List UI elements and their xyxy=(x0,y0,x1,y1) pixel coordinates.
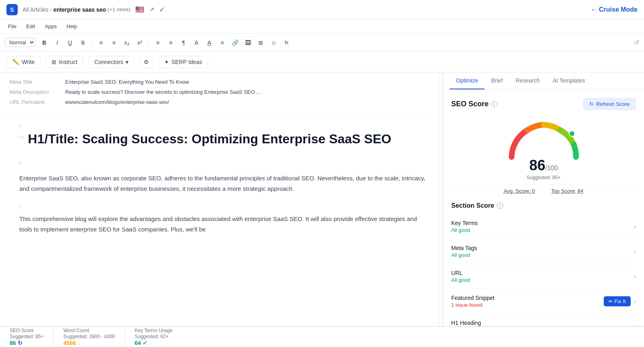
score-item-featured-snippet-left: Featured Snippet 1 issue found xyxy=(451,295,494,308)
breadcrumb-parent[interactable]: All Articles xyxy=(23,6,49,13)
formula-button[interactable]: fx xyxy=(281,37,292,48)
tab-optimize[interactable]: Optimize xyxy=(450,72,485,89)
write-button[interactable]: ✏️ Write xyxy=(6,56,41,68)
bottom-word-value: 4566 ↓ xyxy=(63,340,115,346)
menu-help[interactable]: Help xyxy=(65,23,79,30)
word-count-arrow-icon: ↓ xyxy=(78,340,80,346)
menu-edit[interactable]: Edit xyxy=(25,23,37,30)
top-score-label: Top Score: xyxy=(551,188,576,194)
connectors-button[interactable]: Connectors ▾ xyxy=(88,56,134,68)
language-flag[interactable]: 🇺🇸 xyxy=(135,5,144,14)
fix-it-button[interactable]: ✏ Fix It xyxy=(604,296,631,306)
tab-research[interactable]: Research xyxy=(509,72,546,89)
align-right-button[interactable]: ≡ xyxy=(165,37,176,48)
refresh-score-button[interactable]: ↻ Refresh Score xyxy=(583,98,636,110)
write-icon: ✏️ xyxy=(12,59,19,65)
instruct-label: Instruct xyxy=(59,59,77,65)
connectors-label: Connectors xyxy=(94,59,123,65)
h1-label: h1 xyxy=(19,134,25,140)
score-item-meta-tags-left: Meta Tags All good xyxy=(451,245,477,258)
meta-desc-row: Meta Description Ready to scale success?… xyxy=(10,89,429,95)
article-h1-title[interactable]: H1/Title: Scaling Success: Optimizing En… xyxy=(28,131,391,147)
settings-button[interactable]: ⚙ xyxy=(139,56,153,68)
font-color-button[interactable]: A xyxy=(191,37,202,48)
score-item-meta-tags[interactable]: Meta Tags All good › xyxy=(451,239,636,264)
score-item-key-terms[interactable]: Key Terms All good › xyxy=(451,214,636,239)
meta-section: Meta Title Enterprise SaaS SEO: Everythi… xyxy=(0,72,439,116)
table-button[interactable]: ⊞ xyxy=(255,37,266,48)
meta-url-value[interactable]: wwwscalenutcom/blogs/enterprise-saas-seo… xyxy=(65,99,429,105)
editor-area[interactable]: Meta Title Enterprise SaaS SEO: Everythi… xyxy=(0,72,439,326)
bottom-key-terms-suggested: Suggested: 62+ xyxy=(135,334,173,339)
url-status: All good xyxy=(451,277,470,283)
unordered-list-button[interactable]: ≡ xyxy=(108,37,120,48)
breadcrumb: All Articles / enterprise saas seo (+1 m… xyxy=(23,6,130,13)
link-button[interactable]: 🔗 xyxy=(229,37,241,48)
share-icon[interactable]: ↗ xyxy=(149,6,154,13)
meta-tags-chevron-icon: › xyxy=(634,248,636,255)
seo-score-info-icon[interactable]: i xyxy=(491,101,497,107)
paragraph-button[interactable]: ¶ xyxy=(178,37,189,48)
score-item-featured-snippet[interactable]: Featured Snippet 1 issue found ✏ Fix It … xyxy=(451,289,636,314)
fix-icon: ✏ xyxy=(609,298,613,304)
superscript-button[interactable]: x² xyxy=(134,37,145,48)
meta-title-label: Meta Title xyxy=(10,79,62,85)
score-item-h1-heading[interactable]: H1 Heading All good › xyxy=(451,314,636,326)
section-score-header: Section Score i xyxy=(451,202,636,209)
action-bar: ✏️ Write ⊞ Instruct Connectors ▾ ⚙ ✦ SER… xyxy=(0,52,644,72)
score-item-key-terms-left: Key Terms All good xyxy=(451,220,478,233)
url-chevron-icon: › xyxy=(634,273,636,280)
serp-icon: ✦ xyxy=(164,59,169,65)
right-panel: Optimize Brief Research AI Templates SEO… xyxy=(443,72,644,326)
bottom-word-count: Word Count Suggested: 3900 - 4300 4566 ↓ xyxy=(54,328,125,346)
underline-button[interactable]: U xyxy=(64,37,76,48)
image-button[interactable]: 🖼 xyxy=(242,37,254,48)
divider1 xyxy=(92,39,92,47)
connectors-chevron-icon: ▾ xyxy=(126,59,128,65)
ordered-list-button[interactable]: ≡ xyxy=(95,37,107,48)
bottom-seo-suggested: Suggested: 85+ xyxy=(10,334,43,339)
bold-button[interactable]: B xyxy=(39,37,50,48)
italic-button[interactable]: I xyxy=(52,37,63,48)
format-select[interactable]: Normal xyxy=(5,38,35,47)
key-terms-check-icon: ✓ xyxy=(142,340,147,346)
bottom-seo-value: 86 ↻ xyxy=(10,340,43,346)
seo-score-number: 86 xyxy=(529,157,545,174)
tab-ai-templates[interactable]: AI Templates xyxy=(546,72,592,89)
subscript-button[interactable]: x₂ xyxy=(121,37,132,48)
section-score-info-icon[interactable]: i xyxy=(497,202,503,209)
seo-gauge: 86/100 Suggested: 85+ xyxy=(451,117,636,180)
meta-url-row: URL Permalink wwwscalenutcom/blogs/enter… xyxy=(10,99,429,105)
meta-title-value[interactable]: Enterprise SaaS SEO: Everything You Need… xyxy=(65,79,429,85)
tab-brief[interactable]: Brief xyxy=(485,72,509,89)
instruct-button[interactable]: ⊞ Instruct xyxy=(45,56,83,68)
menu-file[interactable]: File xyxy=(6,23,18,30)
breadcrumb-separator: / xyxy=(50,6,52,13)
menu-apps[interactable]: Apps xyxy=(43,23,58,30)
seo-score-suggested: Suggested: 85+ xyxy=(526,175,560,180)
score-items-list: Key Terms All good › Meta Tags All good … xyxy=(451,214,636,326)
emoji-button[interactable]: ☺ xyxy=(268,37,279,48)
strikethrough-button[interactable]: S xyxy=(77,37,89,48)
p-label-1: p xyxy=(19,122,22,128)
check-icon[interactable]: ✓ xyxy=(159,5,165,14)
cruise-mode-button[interactable]: ← Cruise Mode xyxy=(591,6,638,13)
body-paragraph-2[interactable]: This comprehensive blog will explore the… xyxy=(19,214,429,234)
key-terms-status: All good xyxy=(451,227,478,233)
history-icon[interactable]: ↺ xyxy=(634,39,639,46)
editor-content[interactable]: p h1 H1/Title: Scaling Success: Optimizi… xyxy=(0,116,439,326)
score-item-url-right: › xyxy=(634,273,636,280)
meta-tags-status: All good xyxy=(451,252,477,258)
body-paragraph-1[interactable]: Enterprise SaaS SEO, also known as corpo… xyxy=(19,173,429,194)
refresh-icon: ↻ xyxy=(589,101,594,107)
resize-handle[interactable]: ⋮ xyxy=(439,72,443,326)
serp-ideas-button[interactable]: ✦ SERP Ideas xyxy=(158,56,208,68)
meta-title-row: Meta Title Enterprise SaaS SEO: Everythi… xyxy=(10,79,429,85)
highlight-button[interactable]: A xyxy=(204,37,215,48)
score-item-url[interactable]: URL All good › xyxy=(451,264,636,289)
meta-desc-value[interactable]: Ready to scale success? Discover the sec… xyxy=(65,89,429,95)
align-button[interactable]: ≡ xyxy=(217,37,228,48)
seo-refresh-icon[interactable]: ↻ xyxy=(18,340,23,346)
align-left-button[interactable]: ≡ xyxy=(152,37,163,48)
bottom-key-terms: Key Terms Usage Suggested: 62+ 64 ✓ xyxy=(125,328,182,346)
